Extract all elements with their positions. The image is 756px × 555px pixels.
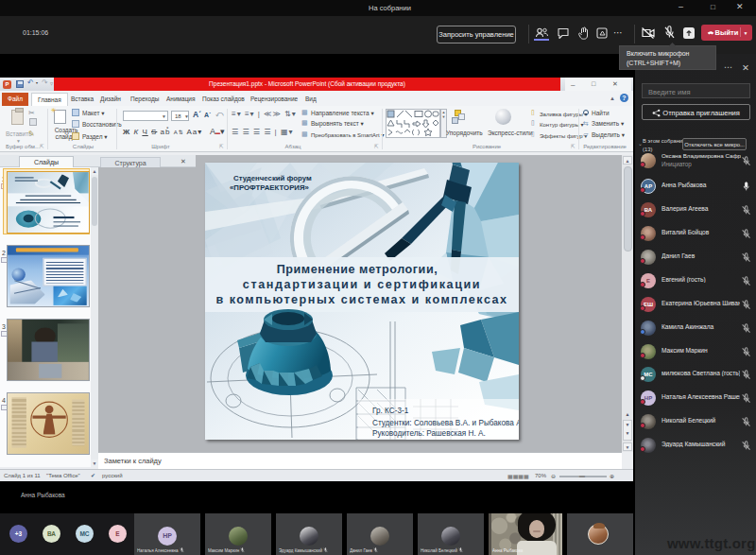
svg-text:Руководитель: Рашевская Н. А.: Руководитель: Рашевская Н. А. (372, 429, 486, 438)
svg-text:Студенческий форум: Студенческий форум (233, 174, 312, 182)
svg-text:стандартизации и сертификации: стандартизации и сертификации (243, 278, 481, 291)
svg-text:Гр. КС-3-1: Гр. КС-3-1 (372, 407, 409, 415)
svg-text:Студентки: Соловьева В.А. и Ры: Студентки: Соловьева В.А. и Рыбакова А.О… (372, 419, 519, 427)
svg-text:в компьютерных системах и комп: в компьютерных системах и комплексах (215, 293, 507, 306)
svg-text:Применение метрологии,: Применение метрологии, (277, 263, 438, 276)
svg-text:«ПРОФТРАЕКТОРИЯ»: «ПРОФТРАЕКТОРИЯ» (230, 183, 309, 192)
